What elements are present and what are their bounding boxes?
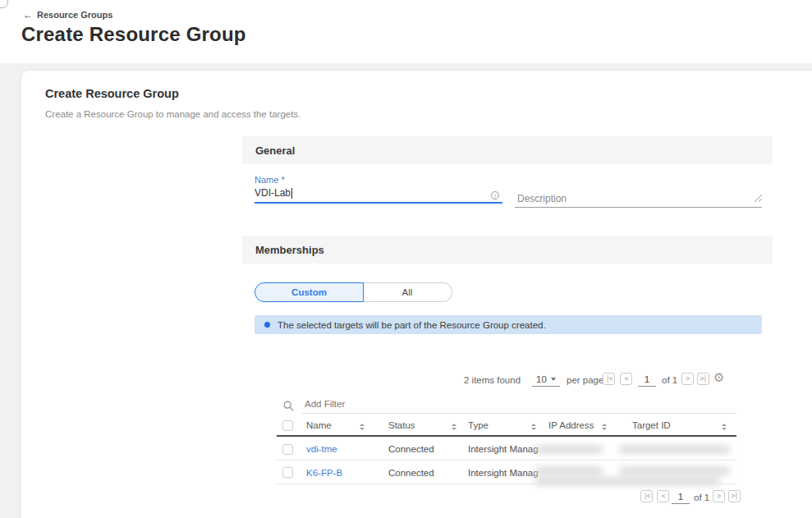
- info-banner-text: The selected targets will be part of the…: [278, 320, 546, 330]
- row-name-link[interactable]: vdi-tme: [306, 444, 337, 454]
- name-field-label: Name *: [255, 175, 285, 185]
- breadcrumb-resource-groups[interactable]: ← Resource Groups: [23, 9, 112, 21]
- membership-tab-all[interactable]: All: [363, 282, 452, 302]
- section-header-memberships: Memberships: [242, 236, 773, 264]
- items-found-count: 2 items found: [464, 375, 521, 385]
- card-heading: Create Resource Group: [45, 87, 179, 100]
- table-settings-gear-icon[interactable]: ⚙: [713, 370, 724, 385]
- next-page-button-bottom[interactable]: >: [713, 490, 725, 502]
- card-subheading: Create a Resource Group to manage and ac…: [45, 109, 300, 119]
- text-cursor: [291, 188, 292, 199]
- page-number-input-bottom[interactable]: 1: [672, 492, 690, 504]
- redacted-cell: [535, 442, 747, 456]
- row-type: Intersight Manag: [468, 444, 544, 454]
- row-type: Intersight Manag: [468, 468, 544, 478]
- per-page-label: per page: [567, 375, 603, 385]
- name-input-value: VDI-Lab: [255, 187, 291, 199]
- column-header-name[interactable]: Name: [306, 420, 332, 430]
- first-page-button[interactable]: |<: [603, 373, 615, 385]
- name-input-underline: [255, 202, 502, 204]
- row-name-link[interactable]: K6-FP-B: [306, 468, 342, 478]
- page-title: Create Resource Group: [21, 23, 246, 46]
- per-page-select[interactable]: 10: [532, 374, 560, 387]
- row-checkbox-vdi-tme[interactable]: [282, 444, 293, 455]
- filter-underline: [302, 413, 736, 414]
- column-header-status[interactable]: Status: [388, 420, 415, 430]
- last-page-button-bottom[interactable]: >|: [728, 490, 741, 502]
- chevron-down-icon: [551, 378, 556, 381]
- column-header-ip-address[interactable]: IP Address: [548, 420, 594, 430]
- row-status: Connected: [388, 444, 434, 454]
- page-number-input[interactable]: 1: [638, 374, 656, 387]
- sort-icon-ip-address[interactable]: [601, 422, 608, 431]
- last-page-button[interactable]: >|: [697, 373, 709, 385]
- redacted-cell: [535, 464, 747, 488]
- first-page-button-bottom[interactable]: |<: [640, 490, 653, 502]
- resize-handle-icon[interactable]: [755, 190, 762, 205]
- section-header-general: General: [242, 136, 773, 164]
- window-corner-decoration: [0, 0, 8, 8]
- sort-icon-target-id[interactable]: [721, 422, 727, 431]
- description-textarea[interactable]: Description: [515, 186, 762, 208]
- select-all-checkbox[interactable]: [282, 420, 293, 431]
- info-banner: The selected targets will be part of the…: [255, 315, 762, 334]
- table-header-border: [277, 435, 736, 437]
- page-of-label-bottom: of 1: [694, 493, 709, 502]
- column-header-type[interactable]: Type: [468, 420, 489, 430]
- memberships-section-title: Memberships: [255, 244, 324, 256]
- info-dot-icon: [264, 322, 270, 328]
- info-icon: i: [491, 191, 499, 199]
- row-checkbox-k6-fp-b[interactable]: [282, 467, 293, 478]
- general-section-title: General: [255, 144, 295, 157]
- name-input[interactable]: VDI-Lab: [255, 187, 292, 199]
- membership-tab-custom[interactable]: Custom: [255, 282, 364, 302]
- row-status: Connected: [388, 468, 434, 478]
- search-icon: [283, 400, 294, 415]
- breadcrumb-label: Resource Groups: [37, 10, 112, 20]
- row-divider: [277, 484, 736, 484]
- back-arrow-icon: ←: [23, 9, 33, 21]
- column-header-target-id[interactable]: Target ID: [632, 420, 671, 430]
- page-of-label: of 1: [662, 375, 677, 385]
- sort-icon-status[interactable]: [451, 422, 457, 431]
- prev-page-button[interactable]: <: [620, 373, 632, 385]
- sort-icon-name[interactable]: [359, 422, 365, 431]
- next-page-button[interactable]: >: [681, 373, 694, 385]
- row-divider: [277, 460, 736, 461]
- sort-icon-type[interactable]: [530, 422, 537, 431]
- add-filter-input[interactable]: Add Filter: [305, 399, 345, 409]
- per-page-value: 10: [536, 374, 547, 384]
- prev-page-button-bottom[interactable]: <: [657, 490, 669, 502]
- description-placeholder: Description: [517, 193, 567, 204]
